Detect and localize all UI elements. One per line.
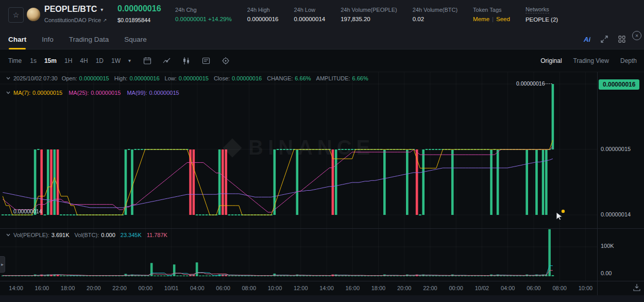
- time-label: 22:00: [423, 285, 437, 291]
- interval-1h[interactable]: 1H: [64, 57, 72, 64]
- favorite-button[interactable]: ☆: [8, 7, 24, 23]
- ohlc-legend: 2025/10/02 07:30 Open:0.00000015High:0.0…: [6, 75, 374, 81]
- ma-label: MA(99):: [127, 90, 147, 96]
- token-tag-seed[interactable]: Seed: [496, 16, 510, 22]
- time-label: Time: [8, 57, 22, 64]
- ohlc-value: 0.00000016: [129, 75, 159, 81]
- time-label: 06:00: [527, 285, 541, 291]
- interval-1s[interactable]: 1s: [30, 57, 37, 64]
- interval-15m[interactable]: 15m: [44, 57, 57, 64]
- time-label: 00:00: [449, 285, 463, 291]
- stat-label: 24h Volume(PEOPLE): [341, 7, 397, 13]
- coin-logo: [27, 8, 40, 21]
- apps-grid-icon[interactable]: [618, 36, 625, 43]
- view-original[interactable]: Original: [540, 57, 562, 64]
- usd-price: $0.01895844: [117, 17, 161, 23]
- tab-bar: ChartInfoTrading DataSquare Ai: [0, 29, 644, 49]
- stat-24h-high: 24h High0.00000016: [247, 7, 279, 22]
- toolbar-icons: [143, 57, 230, 65]
- ohlc-label: CHANGE:: [267, 75, 293, 81]
- symbol-selector[interactable]: PEOPLE/BTC ▾: [44, 5, 103, 14]
- last-price: 0.00000016: [117, 4, 161, 13]
- low-price-marker: 0.00000014: [13, 208, 42, 214]
- star-icon: ☆: [13, 11, 20, 19]
- stat-24h-volume-people: 24h Volume(PEOPLE)197,835.20: [341, 7, 397, 22]
- symbol-title: PEOPLE/BTC: [44, 5, 97, 14]
- volume-axis-label: 100K: [601, 243, 614, 249]
- collapse-chevron-icon[interactable]: [6, 233, 10, 237]
- interval-1w[interactable]: 1W: [111, 57, 121, 64]
- time-axis-divider: [0, 281, 644, 281]
- price-axis-label: 0.00000014: [601, 211, 631, 217]
- export-icon[interactable]: [633, 283, 641, 292]
- time-label: 04:00: [190, 285, 205, 291]
- stat-label: 24h Chg: [175, 7, 197, 13]
- stat-value: 197,835.20: [341, 16, 397, 22]
- binance-trading-page: ☆ PEOPLE/BTC ▾ ConstitutionDAO Price ↗ 0…: [0, 0, 644, 302]
- ma-value: 0.00000015: [149, 90, 179, 96]
- ohlc-value: 0.00000015: [79, 75, 109, 81]
- pane-divider[interactable]: [0, 228, 644, 229]
- time-label: 08:00: [242, 285, 257, 291]
- tab-square[interactable]: Square: [124, 29, 147, 49]
- collapse-chevron-icon[interactable]: [6, 91, 10, 94]
- interval-more-dropdown[interactable]: ▾: [128, 58, 131, 63]
- time-axis[interactable]: 14:0016:0018:0020:0022:0000:0010/0104:00…: [0, 281, 597, 295]
- ohlc-label: Open:: [62, 75, 77, 81]
- ohlc-label: Close:: [214, 75, 230, 81]
- time-label: 06:00: [216, 285, 230, 291]
- interval-1d[interactable]: 1D: [96, 57, 104, 64]
- price-axis-label: 0.00000015: [601, 146, 631, 152]
- ohlc-label: AMPLITUDE:: [316, 75, 350, 81]
- stat-value: 0.02: [413, 16, 457, 22]
- symbol-subtitle: ConstitutionDAO Price ↗: [44, 17, 107, 23]
- view-trading-view[interactable]: Trading View: [573, 57, 609, 64]
- ma-value: 0.00000015: [32, 90, 62, 96]
- stat-label: 24h Low: [294, 7, 315, 13]
- stat-token-tags: Token TagsMeme|Seed: [473, 7, 510, 22]
- stat-label: Token Tags: [473, 7, 501, 13]
- close-icon[interactable]: ✕: [632, 31, 641, 40]
- stat-label: 24h Volume(BTC): [413, 7, 457, 13]
- ohlc-datetime: 2025/10/02 07:30: [13, 75, 58, 81]
- fullscreen-icon[interactable]: [601, 36, 608, 43]
- time-label: 20:00: [397, 285, 412, 291]
- high-price-marker: 0.00000016: [516, 80, 545, 87]
- time-label: 10:00: [268, 285, 282, 291]
- time-label: 10/01: [164, 285, 179, 291]
- interval-4h[interactable]: 4H: [80, 57, 88, 64]
- time-label: 12:00: [294, 285, 308, 291]
- vol-people-value: 3.691K: [52, 232, 70, 238]
- expand-panel-button[interactable]: ▸: [0, 256, 5, 273]
- ohlc-value: 6.66%: [352, 75, 368, 81]
- external-link-icon[interactable]: ↗: [103, 18, 107, 23]
- display-settings-icon[interactable]: [202, 57, 210, 65]
- ohlc-label: High:: [114, 75, 128, 81]
- ma-value: 0.00000015: [91, 90, 121, 96]
- indicators-icon[interactable]: [182, 57, 191, 65]
- view-depth[interactable]: Depth: [620, 57, 637, 64]
- chart-view-switch: OriginalTrading ViewDepth: [540, 49, 637, 72]
- stat-value: 0.00000016: [247, 16, 279, 22]
- ma-legend-values: MA(7):0.00000015MA(25):0.00000015MA(99):…: [13, 90, 185, 96]
- ma-label: MA(25):: [69, 90, 89, 96]
- settings-icon[interactable]: [222, 57, 230, 65]
- stat-24h-volume-btc: 24h Volume(BTC)0.02: [413, 7, 457, 22]
- calendar-icon[interactable]: [143, 57, 151, 65]
- mavol-slow-value: 11.787K: [147, 232, 167, 238]
- collapse-chevron-icon[interactable]: [6, 77, 10, 80]
- mavol-fast-value: 23.345K: [121, 232, 142, 238]
- token-tag-meme[interactable]: Meme: [473, 16, 489, 22]
- stat-label: Networks: [526, 6, 549, 13]
- ai-assistant-icon[interactable]: Ai: [584, 36, 590, 43]
- time-label: 14:00: [319, 285, 334, 291]
- header-stats: 24h Chg0.00000001 +14.29%24h High0.00000…: [175, 0, 558, 29]
- vol-btc-value: 0.000: [101, 232, 115, 238]
- tab-bar-icons: Ai: [584, 29, 625, 49]
- tab-chart[interactable]: Chart: [8, 29, 26, 49]
- tab-info[interactable]: Info: [42, 29, 54, 49]
- chart-style-icon[interactable]: [163, 57, 171, 65]
- ohlc-legend-values: Open:0.00000015High:0.00000016Low:0.0000…: [62, 75, 374, 81]
- stat-value: PEOPLE (2): [526, 16, 558, 23]
- tab-trading-data[interactable]: Trading Data: [69, 29, 109, 49]
